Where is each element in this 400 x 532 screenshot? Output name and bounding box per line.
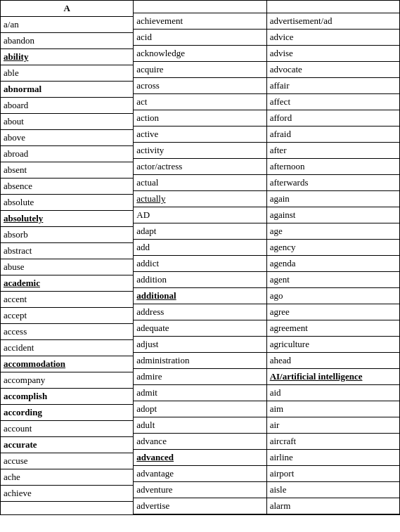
list-item: actor/actress (134, 159, 266, 175)
list-item: again (267, 191, 399, 207)
list-item: achieve (1, 486, 133, 502)
list-item: addition (134, 272, 266, 288)
list-item: advantage (134, 466, 266, 482)
list-item: acid (134, 30, 266, 46)
list-item: active (134, 126, 266, 143)
list-item: AI/artificial intelligence (267, 369, 399, 385)
list-item: add (134, 240, 266, 256)
list-item: advertise (134, 498, 266, 514)
list-item: actual (134, 175, 266, 191)
list-item: AD (134, 207, 266, 223)
list-item: accuse (1, 453, 133, 469)
list-item: accompany (1, 372, 133, 389)
list-item: acquire (134, 62, 266, 78)
list-item: accept (1, 308, 133, 324)
list-item: action (134, 110, 266, 126)
list-item: alarm (267, 498, 399, 514)
list-item: advise (267, 46, 399, 62)
list-item: acknowledge (134, 46, 266, 62)
list-item: advanced (134, 450, 266, 466)
column-2: achievementacidacknowledgeacquireacrossa… (134, 1, 266, 514)
list-item: abnormal (1, 82, 133, 98)
list-item: aim (267, 401, 399, 417)
list-item: adjust (134, 337, 266, 353)
list-item: after (267, 143, 399, 159)
list-item: ahead (267, 353, 399, 369)
list-item: abstract (1, 243, 133, 259)
list-item: agreement (267, 320, 399, 337)
list-item: advocate (267, 62, 399, 78)
list-item: against (267, 207, 399, 223)
list-item: accident (1, 340, 133, 356)
list-item: aircraft (267, 434, 399, 450)
list-item: absolute (1, 195, 133, 211)
list-item: agency (267, 240, 399, 256)
column-3: advertisement/adadviceadviseadvocateaffa… (267, 1, 399, 514)
col1-header: A (1, 1, 133, 17)
list-item: aisle (267, 482, 399, 498)
list-item: adventure (134, 482, 266, 498)
list-item: agent (267, 272, 399, 288)
list-item: address (134, 304, 266, 320)
list-item: adopt (134, 401, 266, 417)
list-item: accomplish (1, 389, 133, 405)
list-item: absolutely (1, 211, 133, 227)
list-item: accent (1, 292, 133, 308)
list-item: admit (134, 385, 266, 401)
list-item: about (1, 114, 133, 130)
list-item: absence (1, 179, 133, 195)
list-item: adapt (134, 223, 266, 240)
list-item: adequate (134, 320, 266, 337)
list-item: air (267, 417, 399, 434)
list-item: actually (134, 191, 266, 207)
list-item: according (1, 405, 133, 421)
list-item: advertisement/ad (267, 13, 399, 30)
list-item: ache (1, 469, 133, 486)
list-item: afford (267, 110, 399, 126)
list-item: a/an (1, 17, 133, 33)
list-item: adult (134, 417, 266, 434)
list-item: accurate (1, 437, 133, 453)
list-item: advance (134, 434, 266, 450)
list-item: aid (267, 385, 399, 401)
list-item: addict (134, 256, 266, 272)
list-item: agree (267, 304, 399, 320)
list-item: across (134, 78, 266, 94)
list-item: afraid (267, 126, 399, 143)
list-item: abroad (1, 146, 133, 162)
list-item: agenda (267, 256, 399, 272)
list-item: admire (134, 369, 266, 385)
list-item: afterwards (267, 175, 399, 191)
word-table: A a/anabandonabilityableabnormalaboardab… (0, 0, 400, 515)
list-item: activity (134, 143, 266, 159)
list-item: affair (267, 78, 399, 94)
list-item: able (1, 65, 133, 82)
list-item: achievement (134, 13, 266, 30)
list-item: academic (1, 275, 133, 292)
col3-header (267, 1, 399, 13)
list-item: afternoon (267, 159, 399, 175)
list-item: act (134, 94, 266, 110)
list-item: airport (267, 466, 399, 482)
list-item: absorb (1, 227, 133, 243)
list-item: ability (1, 49, 133, 65)
list-item: abandon (1, 33, 133, 49)
list-item: above (1, 130, 133, 146)
list-item: airline (267, 450, 399, 466)
list-item: absent (1, 162, 133, 179)
list-item: additional (134, 288, 266, 304)
list-item: account (1, 421, 133, 437)
list-item: abuse (1, 259, 133, 275)
col2-header (134, 1, 266, 13)
list-item: accommodation (1, 356, 133, 372)
list-item: age (267, 223, 399, 240)
list-item: administration (134, 353, 266, 369)
list-item: ago (267, 288, 399, 304)
column-1: A a/anabandonabilityableabnormalaboardab… (1, 1, 134, 514)
list-item: advice (267, 30, 399, 46)
list-item: aboard (1, 98, 133, 114)
list-item: agriculture (267, 337, 399, 353)
list-item: affect (267, 94, 399, 110)
list-item: access (1, 324, 133, 340)
